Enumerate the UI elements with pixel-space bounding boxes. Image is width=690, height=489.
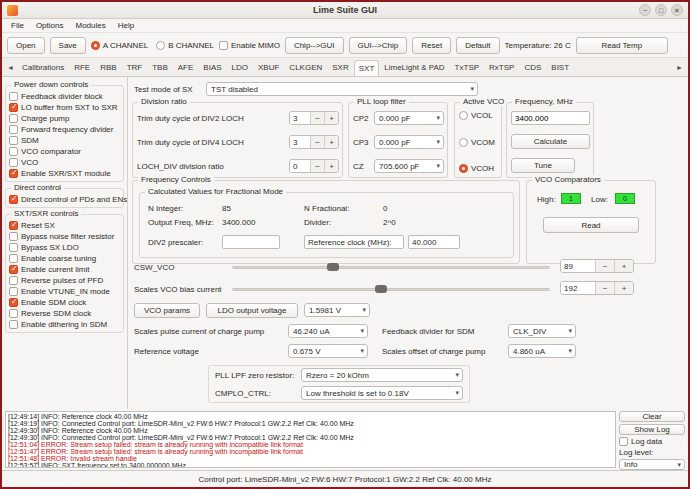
checkbox-item[interactable]: Reverse pulses of PFD (9, 275, 122, 286)
tab[interactable]: RFE (69, 59, 95, 76)
checkbox-item[interactable]: Forward frequency divider (9, 124, 122, 135)
value-spinner[interactable]: 3 − + (289, 135, 339, 149)
show-log-button[interactable]: Show Log (619, 424, 685, 435)
ref-voltage-select[interactable]: 0.675 V ▾ (288, 344, 368, 358)
log-level-select[interactable]: Info ▾ (619, 459, 685, 470)
menu-item[interactable]: File (5, 21, 30, 30)
slider-handle[interactable] (375, 285, 387, 293)
close-icon[interactable]: ✕ (671, 4, 683, 16)
pulse-current-select[interactable]: 46.240 uA ▾ (288, 324, 368, 338)
tab[interactable]: Calibrations (17, 59, 69, 76)
channel-radio[interactable]: B CHANNEL (156, 41, 214, 50)
tab[interactable]: RxTSP (484, 59, 519, 76)
menu-item[interactable]: Modules (69, 21, 111, 30)
spin-minus-button[interactable]: − (310, 136, 324, 148)
chip-to-gui-button[interactable]: Chip-->GUI (285, 37, 344, 54)
checkbox-item[interactable]: LO buffer from SXT to SXR (9, 102, 122, 113)
offset-current-select[interactable]: 4.860 uA ▾ (508, 344, 576, 358)
enable-mimo-checkbox[interactable]: Enable MIMO (219, 40, 280, 51)
capacitance-select[interactable]: 0.000 pF ▾ (374, 111, 444, 125)
vco-radio[interactable]: VCOH (459, 164, 498, 173)
spin-minus-button[interactable]: − (595, 260, 614, 272)
reset-button[interactable]: Reset (412, 37, 451, 54)
cmplo-select[interactable]: Low threshold is set to 0.18V ▾ (301, 386, 463, 400)
save-button[interactable]: Save (50, 37, 86, 54)
capacitance-select[interactable]: 0.000 pF ▾ (374, 135, 444, 149)
checkbox-item[interactable]: VCO comparator (9, 146, 122, 157)
spin-plus-button[interactable]: + (324, 136, 338, 148)
open-button[interactable]: Open (7, 37, 45, 54)
tab[interactable]: LimeLight & PAD (379, 59, 449, 76)
value-spinner[interactable]: 0 − + (289, 159, 339, 173)
spin-plus-button[interactable]: + (614, 260, 633, 272)
tab[interactable]: TBB (147, 59, 173, 76)
gui-to-chip-button[interactable]: GUI-->Chip (349, 37, 408, 54)
spin-plus-button[interactable]: + (614, 282, 633, 294)
vco-bias-spinner[interactable]: 192 − + (560, 281, 634, 295)
tab[interactable]: SXR (327, 59, 353, 76)
calculate-button[interactable]: Calculate (511, 134, 590, 149)
minimize-icon[interactable]: − (639, 4, 651, 16)
rzero-select[interactable]: Rzero = 20 kOhm ▾ (301, 368, 463, 382)
tab[interactable]: CDS (519, 59, 546, 76)
ref-clock-input[interactable]: 40.000 (408, 235, 460, 249)
checkbox-item[interactable]: Enable SDM clock (9, 297, 122, 308)
test-mode-select[interactable]: TST disabled ▾ (206, 82, 478, 96)
tab[interactable]: RBB (95, 59, 121, 76)
spin-minus-button[interactable]: − (310, 112, 324, 124)
tab[interactable]: XBUF (253, 59, 284, 76)
tab-scroll-left-icon[interactable]: ◄ (4, 64, 17, 71)
tab[interactable]: AFE (173, 59, 199, 76)
maximize-icon[interactable]: □ (655, 4, 667, 16)
channel-radio[interactable]: A CHANNEL (91, 41, 148, 50)
ldo-voltage-select[interactable]: 1.5981 V ▾ (304, 303, 370, 317)
checkbox-item[interactable]: Enable SXR/SXT module (9, 168, 122, 179)
checkbox-item[interactable]: Bypass noise filter resistor (9, 231, 122, 242)
tune-button[interactable]: Tune (511, 158, 575, 173)
titlebar[interactable]: Lime Suite GUI − □ ✕ (2, 2, 688, 19)
vco-radio[interactable]: VCOM (459, 138, 498, 147)
spin-minus-button[interactable]: − (595, 282, 614, 294)
menu-item[interactable]: Options (30, 21, 70, 30)
tab[interactable]: CLKGEN (284, 59, 327, 76)
vco-params-button[interactable]: VCO params (134, 303, 200, 318)
tab[interactable]: TxTSP (450, 59, 484, 76)
value-spinner[interactable]: 3 − + (289, 111, 339, 125)
checkbox-item[interactable]: Feedback divider block (9, 91, 122, 102)
tab[interactable]: SXT (354, 60, 380, 76)
spin-plus-button[interactable]: + (324, 160, 338, 172)
tab[interactable]: BIAS (198, 59, 226, 76)
checkbox-item[interactable]: Reset SX (9, 220, 122, 231)
csw-vco-spinner[interactable]: 89 − + (560, 259, 634, 273)
csw-vco-slider[interactable] (232, 260, 550, 274)
spin-minus-button[interactable]: − (310, 160, 324, 172)
capacitance-select[interactable]: 705.600 pF ▾ (374, 159, 444, 173)
checkbox-item[interactable]: SDM (9, 135, 122, 146)
checkbox-item[interactable]: Reverse SDM clock (9, 308, 122, 319)
clear-log-button[interactable]: Clear (619, 411, 685, 422)
spin-plus-button[interactable]: + (324, 112, 338, 124)
ldo-output-voltage-button[interactable]: LDO output voltage (206, 303, 298, 318)
checkbox-item[interactable]: Enable VTUNE_IN mode (9, 286, 122, 297)
menu-item[interactable]: Help (112, 21, 140, 30)
checkbox-item[interactable]: Enable coarse tuning (9, 253, 122, 264)
vco-radio[interactable]: VCOL (459, 111, 498, 120)
checkbox-item[interactable]: Enable current limit (9, 264, 122, 275)
checkbox-item[interactable]: VCO (9, 157, 122, 168)
read-button[interactable]: Read (543, 217, 639, 233)
default-button[interactable]: Default (456, 37, 499, 54)
tab-scroll-right-icon[interactable]: ► (673, 64, 686, 71)
slider-handle[interactable] (327, 263, 339, 271)
tab[interactable]: TRF (122, 59, 148, 76)
checkbox-item[interactable]: Bypass SX LDO (9, 242, 122, 253)
fb-divider-select[interactable]: CLK_DIV ▾ (508, 324, 576, 338)
log-data-checkbox[interactable]: Log data (619, 437, 685, 446)
checkbox-item[interactable]: Enable dithering in SDM (9, 319, 122, 330)
tab[interactable]: BIST (546, 59, 574, 76)
read-temp-button[interactable]: Read Temp (576, 37, 668, 54)
checkbox-item[interactable]: Direct control of PDs and ENs (9, 194, 122, 205)
log-output[interactable]: [12:49:14] INFO: Reference clock 40.00 M… (5, 411, 616, 468)
frequency-input[interactable] (511, 111, 590, 125)
tab[interactable]: LDO (227, 59, 253, 76)
checkbox-item[interactable]: Charge pump (9, 113, 122, 124)
